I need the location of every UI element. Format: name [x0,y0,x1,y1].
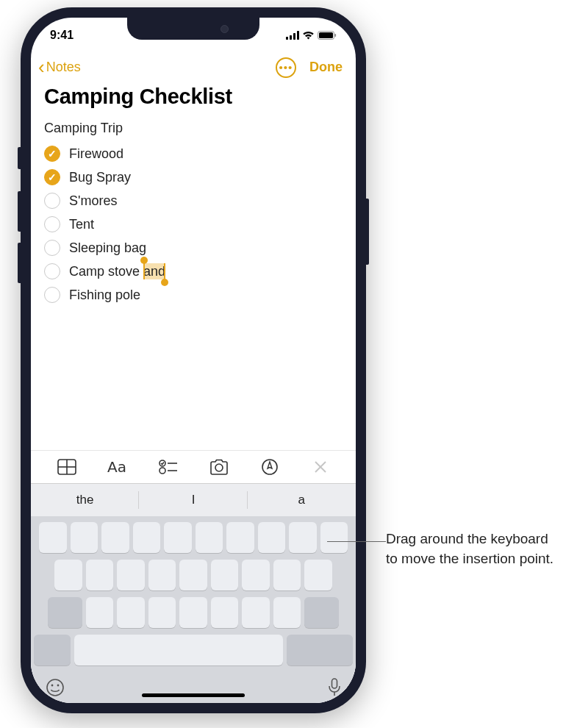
key-blank[interactable] [148,597,176,628]
ellipsis-icon: ••• [279,61,293,74]
checklist-item[interactable]: Fishing pole [44,283,343,307]
svg-text:Aa: Aa [107,459,126,475]
checklist-item[interactable]: Sleeping bag [44,236,343,260]
callout-text: Drag around the keyboard to move the ins… [386,529,555,568]
checklist-item-label: Sleeping bag [69,240,146,256]
nav-bar: ‹ Notes ••• Done [31,53,356,85]
quicktype-bar: the I a [31,484,356,516]
key-blank[interactable] [54,560,82,590]
back-button[interactable]: ‹ Notes [38,56,81,79]
checklist-item[interactable]: Tent [44,213,343,236]
checklist-item-label: Tent [69,217,94,232]
checkbox-checked[interactable] [44,169,60,185]
svg-point-21 [57,685,60,687]
key-shift[interactable] [48,597,82,628]
key-blank[interactable] [211,560,239,590]
selection-handle-end[interactable] [161,279,168,286]
key-blank[interactable] [289,522,317,553]
chevron-left-icon: ‹ [38,56,45,79]
key-return[interactable] [287,635,353,665]
keyboard-area: Aa the I [31,450,356,703]
checklist-item[interactable]: Camp stove and [44,260,343,283]
done-button[interactable]: Done [309,60,343,75]
markup-icon[interactable] [255,458,284,476]
home-indicator[interactable] [142,693,245,697]
list-heading: Camping Trip [44,121,343,136]
checkbox-checked[interactable] [44,146,60,162]
key-blank[interactable] [117,597,145,628]
status-time: 9:41 [50,29,74,42]
checklist-item-label: Fishing pole [69,288,140,303]
notch [127,18,259,40]
checklist-item[interactable]: Bug Spray [44,165,343,189]
key-blank[interactable] [196,522,223,553]
key-blank[interactable] [117,560,145,590]
svg-rect-1 [290,35,292,40]
key-blank[interactable] [71,522,98,553]
key-123[interactable] [34,635,71,665]
key-blank[interactable] [179,560,207,590]
checklist-item[interactable]: Firewood [44,142,343,165]
checklist-item[interactable]: S'mores [44,189,343,213]
svg-rect-22 [332,679,337,688]
status-icons [286,31,337,40]
key-blank[interactable] [320,522,348,553]
checkbox-unchecked[interactable] [44,240,60,256]
key-blank[interactable] [242,560,270,590]
svg-point-19 [47,679,63,696]
svg-point-15 [215,464,223,471]
key-blank[interactable] [101,522,129,553]
key-blank[interactable] [242,597,270,628]
quicktype-suggestion[interactable]: I [139,484,247,516]
svg-rect-5 [319,32,333,38]
svg-rect-2 [293,33,295,40]
key-blank[interactable] [148,560,176,590]
key-backspace[interactable] [304,597,339,628]
emoji-icon[interactable] [46,678,65,697]
key-blank[interactable] [39,522,67,553]
phone-frame: 9:41 ‹ Notes ••• Done Camping Checkli [21,7,366,713]
key-blank[interactable] [273,560,301,590]
key-blank[interactable] [179,597,207,628]
battery-icon [318,31,337,40]
key-blank[interactable] [304,560,332,590]
checkbox-unchecked[interactable] [44,216,60,232]
key-blank[interactable] [226,522,254,553]
svg-point-13 [160,468,165,474]
checklist-item-label: Bug Spray [69,170,131,185]
svg-rect-3 [297,31,299,40]
note-body[interactable]: Camping Trip Firewood Bug Spray S'mores … [31,121,356,307]
text-selection[interactable]: and [143,263,165,279]
checklist-item-label: Firewood [69,146,123,162]
checkbox-unchecked[interactable] [44,193,60,209]
key-blank[interactable] [211,597,239,628]
text-format-icon[interactable]: Aa [103,459,132,475]
svg-rect-6 [335,34,337,37]
more-button[interactable]: ••• [276,57,296,78]
key-blank[interactable] [86,560,114,590]
quicktype-suggestion[interactable]: the [31,484,139,516]
format-toolbar: Aa [31,450,356,484]
key-blank[interactable] [273,597,301,628]
key-space[interactable] [74,635,283,665]
checkbox-unchecked[interactable] [44,263,60,279]
checklist-item-label: S'mores [69,193,117,209]
camera-icon[interactable] [204,459,234,475]
wifi-icon [302,31,315,40]
quicktype-suggestion[interactable]: a [248,484,356,516]
close-toolbar-icon[interactable] [306,460,335,474]
screen: 9:41 ‹ Notes ••• Done Camping Checkli [31,18,356,703]
checklist-icon[interactable] [154,459,183,475]
callout-line [327,541,386,542]
cellular-icon [286,31,299,40]
key-blank[interactable] [133,522,161,553]
back-label: Notes [46,60,81,75]
checkbox-unchecked[interactable] [44,287,60,303]
table-icon[interactable] [52,459,82,475]
key-blank[interactable] [258,522,286,553]
keyboard-trackpad[interactable] [31,516,356,703]
dictation-icon[interactable] [328,678,341,697]
key-blank[interactable] [164,522,192,553]
key-blank[interactable] [86,597,114,628]
svg-rect-0 [286,37,288,40]
